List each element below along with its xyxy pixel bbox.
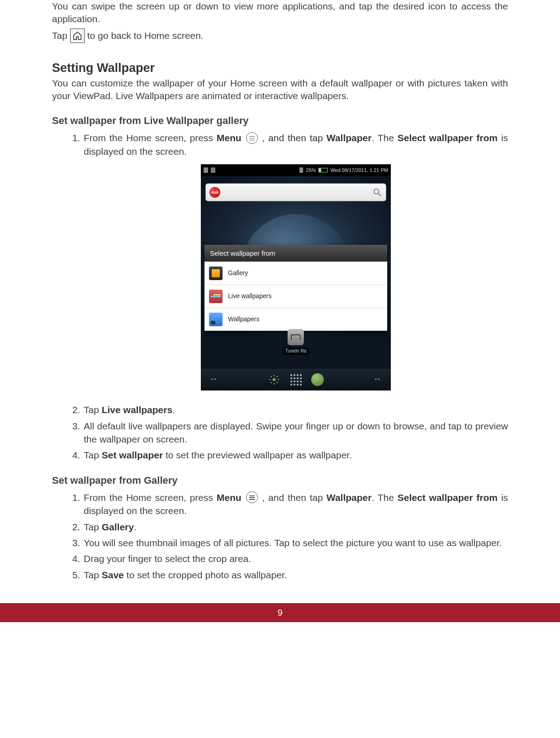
- tap-prefix: Tap: [52, 29, 67, 42]
- t: Tap: [84, 522, 102, 532]
- gallery-icon: [209, 267, 223, 280]
- sub2-step3: You will see thumbnail images of all pic…: [83, 536, 508, 549]
- nav-bar: •• ••: [201, 369, 391, 390]
- t: Tap: [84, 450, 102, 460]
- t: Menu: [217, 133, 242, 143]
- sub1-step1: From the Home screen, press Menu , and t…: [83, 131, 508, 390]
- dialog-item-wallpapers[interactable]: Wallpapers: [204, 308, 387, 331]
- sub1-step4: Tap Set wallpaper to set the previewed w…: [83, 448, 508, 462]
- sub1-title: Set wallpaper from Live Wallpaper galler…: [52, 115, 508, 127]
- t: Wallpaper: [327, 133, 372, 143]
- wallpapers-icon: [209, 313, 223, 326]
- t: Wallpaper: [327, 492, 372, 503]
- battery-percent: 25%: [306, 167, 316, 174]
- t: , and then tap: [259, 133, 327, 143]
- device-screenshot: 25% Wed 08/17/2011, 1:21 PM Ask: [201, 164, 391, 390]
- t: . The: [371, 133, 397, 143]
- volume-icon: [299, 167, 303, 173]
- t: Set wallpaper: [102, 450, 163, 460]
- live-wallpapers-icon: [209, 290, 223, 303]
- search-bar[interactable]: Ask: [205, 183, 386, 201]
- svg-point-2: [273, 378, 276, 381]
- t: to set the previewed wallpaper as wallpa…: [163, 450, 352, 460]
- t: Save: [102, 570, 124, 580]
- svg-line-1: [379, 194, 381, 196]
- t: .: [134, 522, 137, 532]
- status-bar: 25% Wed 08/17/2011, 1:21 PM: [201, 164, 391, 176]
- globe-icon: [311, 373, 324, 386]
- sub2-title: Set wallpaper from Gallery: [52, 475, 508, 486]
- sub1-steps: From the Home screen, press Menu , and t…: [52, 131, 508, 462]
- sub2-step5: Tap Save to set the cropped photo as wal…: [83, 568, 508, 581]
- browser-button[interactable]: [311, 373, 324, 386]
- tap-home-line: Tap to go back to Home screen.: [52, 29, 508, 43]
- page-indicator-left[interactable]: ••: [211, 375, 217, 384]
- screenshot-container: 25% Wed 08/17/2011, 1:21 PM Ask: [84, 164, 508, 390]
- menu-icon: [246, 491, 258, 503]
- app-shortcut[interactable]: TuneIn Ra: [282, 329, 310, 355]
- sub2-step2: Tap Gallery.: [83, 520, 508, 533]
- apps-button[interactable]: [289, 373, 303, 386]
- t: Select wallpaper from: [398, 133, 498, 143]
- section-desc: You can customize the wallpaper of your …: [52, 77, 508, 103]
- t: Tap: [84, 405, 102, 415]
- usb-icon: [204, 167, 208, 173]
- t: Select wallpaper from: [398, 492, 498, 503]
- dialog-item-gallery[interactable]: Gallery: [204, 262, 387, 285]
- t: , and then tap: [259, 492, 327, 503]
- battery-icon: [318, 168, 327, 172]
- menu-icon: [246, 132, 258, 144]
- dialog-title: Select wallpaper from: [204, 245, 387, 262]
- t: From the Home screen, press: [84, 492, 217, 503]
- t: Tap: [84, 570, 102, 580]
- t: Live wallpapers: [102, 405, 172, 415]
- home-icon: [70, 29, 85, 43]
- settings-button[interactable]: [267, 373, 281, 386]
- intro-swipe-text: You can swipe the screen up or down to v…: [52, 0, 508, 26]
- debug-icon: [211, 167, 215, 173]
- dialog-item-label: Live wallpapers: [228, 292, 272, 301]
- search-provider-badge: Ask: [209, 187, 220, 198]
- tunein-icon: [288, 329, 304, 345]
- page-number: 9: [277, 608, 282, 618]
- dialog-item-label: Gallery: [228, 269, 248, 278]
- t: Menu: [217, 492, 242, 503]
- tap-suffix: to go back to Home screen.: [87, 29, 204, 42]
- svg-point-0: [374, 189, 379, 194]
- app-label: TuneIn Ra: [282, 347, 310, 355]
- select-wallpaper-dialog: Select wallpaper from Gallery Live wallp…: [204, 245, 387, 331]
- t: to set the cropped photo as wallpaper.: [124, 570, 287, 580]
- sub2-step1: From the Home screen, press Menu , and t…: [83, 491, 508, 518]
- page-footer: 9: [0, 603, 560, 622]
- sub1-step2: Tap Live wallpapers.: [83, 403, 508, 416]
- search-input[interactable]: [224, 186, 369, 198]
- t: . The: [371, 492, 397, 503]
- sub1-step3: All default live wallpapers are displaye…: [83, 419, 508, 446]
- dialog-item-live-wallpapers[interactable]: Live wallpapers: [204, 285, 387, 308]
- page-indicator-right[interactable]: ••: [375, 375, 381, 384]
- t: From the Home screen, press: [84, 133, 217, 143]
- sub2-steps: From the Home screen, press Menu , and t…: [52, 491, 508, 581]
- section-title: Setting Wallpaper: [52, 61, 508, 75]
- sub2-step4: Drag your finger to select the crop area…: [83, 552, 508, 565]
- t: .: [172, 405, 175, 415]
- t: Gallery: [102, 522, 134, 532]
- search-icon[interactable]: [372, 187, 382, 197]
- status-datetime: Wed 08/17/2011, 1:21 PM: [330, 167, 388, 174]
- dialog-item-label: Wallpapers: [228, 315, 260, 324]
